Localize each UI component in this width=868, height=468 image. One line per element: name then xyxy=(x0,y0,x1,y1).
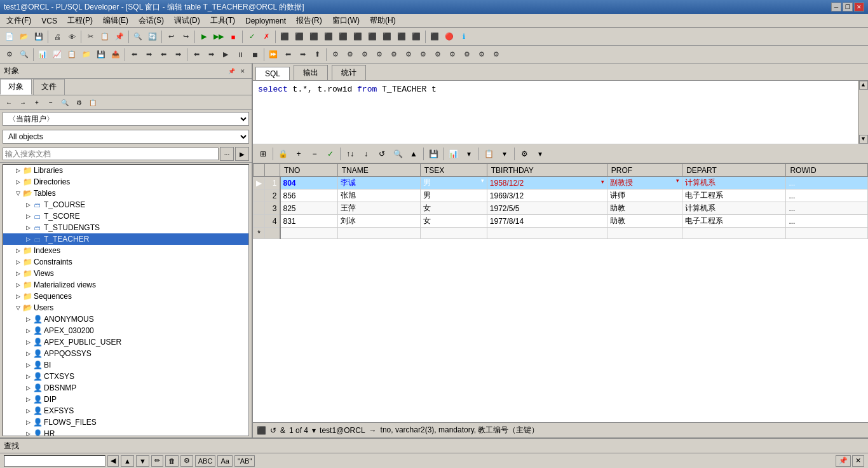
find-casesensitive-button[interactable]: Aa xyxy=(217,455,232,467)
tb-replace[interactable]: 🔄 xyxy=(146,30,159,44)
constraints-toggle[interactable]: ▷ xyxy=(13,258,22,266)
dip-toggle[interactable]: ▷ xyxy=(24,395,32,404)
tree-item-users[interactable]: ▽ 📂 Users xyxy=(3,302,248,313)
tree-item-apexpublicuser[interactable]: ▷ 👤 APEX_PUBLIC_USER xyxy=(3,336,248,348)
panel-tb-back[interactable]: ← xyxy=(3,97,15,108)
tb2-b26[interactable]: ⚙ xyxy=(387,48,401,62)
sql-scrollbar[interactable]: ▲ ▼ xyxy=(858,81,868,144)
matviews-toggle[interactable]: ▷ xyxy=(13,280,22,289)
search-dots-button[interactable]: ··· xyxy=(220,147,234,161)
tree-item-views[interactable]: ▷ 📁 Views xyxy=(3,268,248,279)
tb2-b28[interactable]: ⚙ xyxy=(416,48,430,62)
tscore-toggle[interactable]: ▷ xyxy=(24,212,32,221)
tb-undo[interactable]: ↩ xyxy=(164,30,178,44)
cell-tsex-new[interactable] xyxy=(420,228,487,239)
cell-tname-new[interactable] xyxy=(337,228,420,239)
cell-tname[interactable]: 刘冰 xyxy=(337,215,420,228)
tb-stop[interactable]: ■ xyxy=(226,30,240,44)
tb2-b2[interactable]: 🔍 xyxy=(17,48,31,62)
cell-tsex[interactable]: 女 xyxy=(420,202,487,215)
dbsnmp-toggle[interactable]: ▷ xyxy=(24,383,32,392)
cell-tno[interactable]: 831 xyxy=(280,215,338,228)
menu-help[interactable]: 帮助(H) xyxy=(366,14,400,27)
tb2-b30[interactable]: ⚙ xyxy=(445,48,459,62)
tb-b4[interactable]: ⬛ xyxy=(322,30,336,44)
tb2-b9[interactable]: ⬅ xyxy=(127,48,141,62)
menu-file[interactable]: 文件(F) xyxy=(3,14,35,27)
ctxsys-toggle[interactable]: ▷ xyxy=(24,372,32,381)
table-row-new[interactable]: * xyxy=(254,228,868,239)
tb-b1[interactable]: ⬛ xyxy=(278,30,292,44)
search-go-button[interactable]: ▶ xyxy=(235,147,249,161)
grid-btn-find[interactable]: 🔍 xyxy=(390,146,405,162)
cell-tno[interactable]: 804 xyxy=(280,177,338,189)
tab-sql[interactable]: SQL xyxy=(255,67,290,80)
cell-prof[interactable]: 助教 xyxy=(607,215,682,228)
grid-btn-confirm[interactable]: ✓ xyxy=(323,146,338,162)
tree-item-anonymous[interactable]: ▷ 👤 ANONYMOUS xyxy=(3,313,248,325)
tree-item-dip[interactable]: ▷ 👤 DIP xyxy=(3,394,248,405)
grid-btn-prev[interactable]: ↓ xyxy=(358,146,374,162)
grid-btn-settings[interactable]: ⚙ xyxy=(517,146,532,162)
cell-tbirthday[interactable]: 1969/3/12 xyxy=(487,189,607,202)
tree-item-tcourse[interactable]: ▷ 🗃 T_COURSE xyxy=(3,199,248,210)
col-header-tbirthday[interactable]: TBIRTHDAY xyxy=(487,164,607,177)
grid-btn-layout[interactable]: ⊞ xyxy=(255,146,271,162)
grid-btn-dropdown-settings[interactable]: ▾ xyxy=(532,146,548,162)
tb2-b10[interactable]: ➡ xyxy=(142,48,156,62)
cell-depart-new[interactable] xyxy=(682,228,786,239)
hr-toggle[interactable]: ▷ xyxy=(24,429,32,436)
tb2-b8[interactable]: 📤 xyxy=(109,48,123,62)
tb2-b14[interactable]: ➡ xyxy=(204,48,218,62)
tstudengts-toggle[interactable]: ▷ xyxy=(24,223,32,232)
find-abc-button[interactable]: ABC xyxy=(195,455,216,467)
grid-btn-flag[interactable]: ▲ xyxy=(406,146,421,162)
table-row[interactable]: 3 825 王萍 女 1972/5/5 助教 计算机系 ... xyxy=(254,202,868,215)
cell-depart[interactable]: 电子工程系 xyxy=(682,189,786,202)
find-prev-button[interactable]: ◀ xyxy=(107,455,119,467)
tb2-b29[interactable]: ⚙ xyxy=(431,48,445,62)
grid-btn-remove[interactable]: − xyxy=(307,146,322,162)
cell-tsex[interactable]: 女 xyxy=(420,215,487,228)
panel-tb-search[interactable]: 🔍 xyxy=(58,97,71,108)
col-header-tno[interactable]: TNO xyxy=(280,164,338,177)
find-input[interactable] xyxy=(4,455,105,467)
tb-c1[interactable]: ⬛ xyxy=(428,30,442,44)
col-header-tsex[interactable]: TSEX xyxy=(420,164,487,177)
menu-project[interactable]: 工程(P) xyxy=(64,14,97,27)
tree-item-tteacher[interactable]: ▷ 🗃 T_TEACHER xyxy=(3,233,248,245)
tb2-b24[interactable]: ⚙ xyxy=(358,48,372,62)
anonymous-toggle[interactable]: ▷ xyxy=(24,315,32,324)
tab-object[interactable]: 对象 xyxy=(0,79,32,95)
find-options-button[interactable]: ⚙ xyxy=(180,455,193,467)
table-row[interactable]: 4 831 刘冰 女 1977/8/14 助教 电子工程系 ... xyxy=(254,215,868,228)
tb-c2[interactable]: 🔴 xyxy=(442,30,456,44)
tcourse-toggle[interactable]: ▷ xyxy=(24,200,32,209)
tb-b2[interactable]: ⬛ xyxy=(292,30,306,44)
tb2-b3[interactable]: 📊 xyxy=(36,48,50,62)
cell-tname[interactable]: 李诚 xyxy=(337,177,420,189)
tb-save[interactable]: 💾 xyxy=(32,30,46,44)
grid-btn-first[interactable]: ↑↓ xyxy=(342,146,358,162)
cell-tname[interactable]: 张旭 xyxy=(337,189,420,202)
tb2-b15[interactable]: ▶ xyxy=(219,48,233,62)
data-grid[interactable]: TNO TNAME TSEX TBIRTHDAY PROF DEPART ROW… xyxy=(253,163,868,422)
tb2-b25[interactable]: ⚙ xyxy=(372,48,386,62)
tb2-b1[interactable]: ⚙ xyxy=(3,48,17,62)
cell-prof[interactable]: 讲师 xyxy=(607,189,682,202)
sql-editor[interactable]: select t.*, t.rowid from T_TEACHER t ▲ ▼ xyxy=(253,81,868,144)
cell-tbirthday-new[interactable] xyxy=(487,228,607,239)
appqossys-toggle[interactable]: ▷ xyxy=(24,349,32,358)
grid-btn-export[interactable]: 📋 xyxy=(481,146,496,162)
tree-item-exfsys[interactable]: ▷ 👤 EXFSYS xyxy=(3,405,248,416)
tree-item-tscore[interactable]: ▷ 🗃 T_SCORE xyxy=(3,210,248,222)
tb2-b7[interactable]: 💾 xyxy=(94,48,108,62)
tree-item-indexes[interactable]: ▷ 📁 Indexes xyxy=(3,245,248,256)
find-clear-button[interactable]: 🗑 xyxy=(165,455,179,467)
apexpublicuser-toggle[interactable]: ▷ xyxy=(24,338,32,347)
tree-item-dbsnmp[interactable]: ▷ 👤 DBSNMP xyxy=(3,382,248,394)
col-header-depart[interactable]: DEPART xyxy=(682,164,786,177)
tb2-b17[interactable]: ⏹ xyxy=(248,48,262,62)
tree-item-appqossys[interactable]: ▷ 👤 APPQOSSYS xyxy=(3,348,248,359)
tree-item-libraries[interactable]: ▷ 📁 Libraries xyxy=(3,165,248,176)
